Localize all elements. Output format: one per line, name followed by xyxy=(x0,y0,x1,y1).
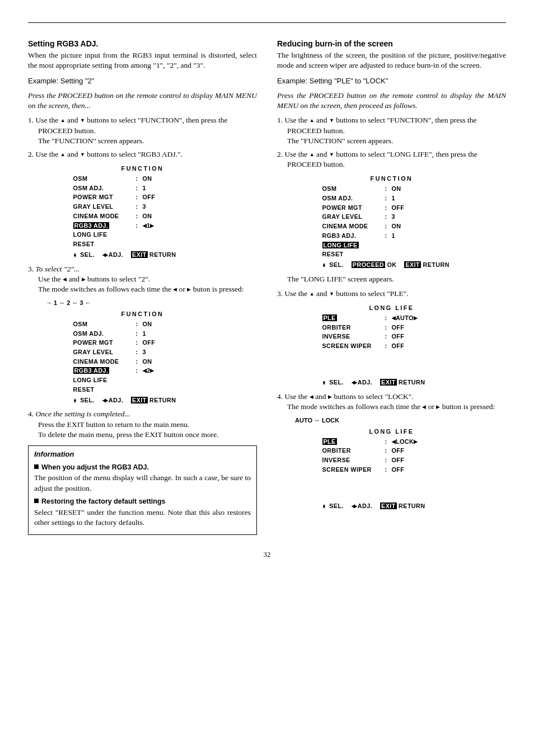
right-icon xyxy=(82,275,86,283)
right-intro: The brightness of the screen, the positi… xyxy=(277,50,506,71)
left-intro: When the picture input from the RGB3 inp… xyxy=(28,50,257,71)
left-step-3: 3. To select "2"... Use the and buttons … xyxy=(28,264,257,295)
osd-longlife-lock: LONG LIFE PLE:LOCK ORBITER:OFF INVERSE:O… xyxy=(322,427,461,510)
info-sub-1: When you adjust the RGB3 ADJ. xyxy=(34,463,251,472)
left-example: Example: Setting "2" xyxy=(28,76,257,86)
up-icon xyxy=(310,150,315,158)
info-title: Information xyxy=(34,449,251,459)
left-heading: Setting RGB3 ADJ. xyxy=(28,39,257,49)
right-step-4-wrap: 4. Use the and buttons to select "LOCK".… xyxy=(277,392,506,412)
right-column: Reducing burn-in of the screen The brigh… xyxy=(277,39,506,535)
right-step-2d: The "LONG LIFE" screen appears. xyxy=(277,274,506,284)
right-step-1: 1. Use the and buttons to select "FUNCTI… xyxy=(277,115,506,146)
osd-function-longlife: FUNCTION OSM:ON OSM ADJ.:1 POWER MGT:OFF… xyxy=(322,174,461,269)
up-icon xyxy=(310,116,315,124)
osd-longlife-auto: LONG LIFE PLE:AUTO ORBITER:OFF INVERSE:O… xyxy=(322,303,461,387)
left-column: Setting RGB3 ADJ. When the picture input… xyxy=(28,39,257,535)
page-number: 32 xyxy=(28,550,506,560)
down-icon xyxy=(80,116,85,124)
left-step-3-wrap: 3. To select "2"... Use the and buttons … xyxy=(28,264,257,295)
right-step-3-wrap: 3. Use the and buttons to select "PLE". xyxy=(277,289,506,299)
top-rule xyxy=(28,22,506,23)
right-press: Press the PROCEED button on the remote c… xyxy=(277,91,506,111)
info-sub-2: Restoring the factory default settings xyxy=(34,497,251,506)
page-columns: Setting RGB3 ADJ. When the picture input… xyxy=(28,39,506,535)
down-icon xyxy=(80,150,85,158)
down-icon xyxy=(329,289,334,298)
left-step-1: 1. Use the and buttons to select "FUNCTI… xyxy=(28,115,257,146)
left-steps: 1. Use the and buttons to select "FUNCTI… xyxy=(28,115,257,159)
up-icon xyxy=(60,150,65,158)
right-step-4: 4. Use the and buttons to select "LOCK".… xyxy=(277,392,506,412)
osd-function-2: FUNCTION OSM:ON OSM ADJ.:1 POWER MGT:OFF… xyxy=(73,309,212,405)
right-nav-sequence: AUTO ↔ LOCK xyxy=(295,416,506,425)
left-nav-sequence: → 1 ↔ 2 ↔ 3 ← xyxy=(46,299,257,307)
right-step-3: 3. Use the and buttons to select "PLE". xyxy=(277,289,506,299)
information-box: Information When you adjust the RGB3 ADJ… xyxy=(28,445,257,535)
up-icon xyxy=(60,116,65,124)
right-icon xyxy=(328,392,332,401)
left-icon xyxy=(310,392,313,401)
left-press: Press the PROCEED button on the remote c… xyxy=(28,91,257,111)
right-example: Example: Setting "PLE" to "LOCK" xyxy=(277,76,506,86)
osd-function-1: FUNCTION OSM:ON OSM ADJ.:1 POWER MGT:OFF… xyxy=(73,164,212,259)
left-step-2: 2. Use the and buttons to select "RGB3 A… xyxy=(28,149,257,159)
left-step-4-wrap: 4. Once the setting is completed... Pres… xyxy=(28,409,257,440)
down-icon xyxy=(329,150,334,158)
info-p2: Select "RESET" under the function menu. … xyxy=(34,508,251,528)
left-step-4: 4. Once the setting is completed... Pres… xyxy=(28,409,257,440)
right-step-2: 2. Use the and buttons to select "LONG L… xyxy=(277,149,506,170)
up-icon xyxy=(310,289,315,298)
down-icon xyxy=(329,116,334,124)
right-heading: Reducing burn-in of the screen xyxy=(277,39,506,49)
info-p1: The position of the menu display will ch… xyxy=(34,473,251,493)
right-steps: 1. Use the and buttons to select "FUNCTI… xyxy=(277,115,506,170)
